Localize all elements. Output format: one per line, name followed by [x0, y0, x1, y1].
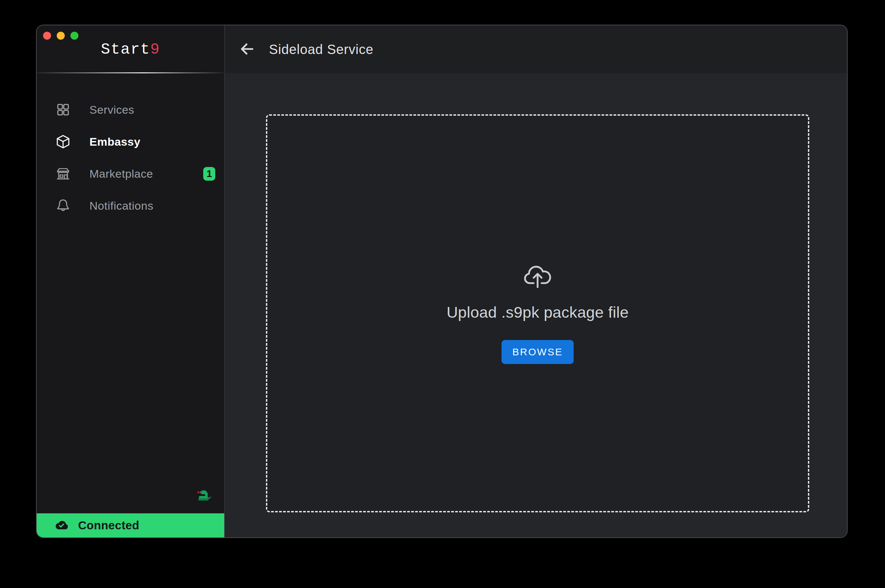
window-controls	[43, 32, 78, 40]
arrow-back-icon	[239, 40, 255, 58]
sidebar-item-label: Embassy	[89, 135, 140, 148]
connection-status-label: Connected	[78, 519, 140, 532]
sidebar-item-label: Notifications	[89, 200, 154, 212]
sidebar-item-embassy[interactable]: Embassy	[37, 126, 224, 158]
grid-icon	[56, 102, 71, 117]
sidebar: Start9 Services	[37, 26, 225, 537]
sidebar-item-notifications[interactable]: Notifications	[37, 190, 224, 222]
start9-logo: Start9	[37, 40, 224, 58]
zoom-window-button[interactable]	[71, 32, 78, 40]
sidebar-item-services[interactable]: Services	[37, 94, 224, 126]
bell-icon	[56, 198, 71, 213]
back-button[interactable]	[238, 40, 256, 58]
content-area: Upload .s9pk package file BROWSE	[225, 74, 847, 537]
main-pane: Sideload Service Upload .s9pk package fi…	[225, 26, 847, 537]
sidebar-item-label: Services	[89, 104, 134, 116]
app-window: Start9 Services	[36, 25, 847, 538]
connection-status-bar: Connected	[37, 513, 224, 537]
upload-instruction: Upload .s9pk package file	[447, 303, 629, 321]
page-title: Sideload Service	[269, 42, 373, 57]
sidebar-divider	[37, 72, 224, 74]
upload-dropzone[interactable]: Upload .s9pk package file BROWSE	[266, 114, 809, 512]
sidebar-item-label: Marketplace	[89, 167, 153, 180]
cloud-check-icon	[54, 520, 69, 531]
snake-icon	[197, 489, 212, 501]
page-header: Sideload Service	[225, 26, 847, 74]
sidebar-menu: Services Embassy	[37, 94, 224, 222]
close-window-button[interactable]	[43, 32, 51, 40]
logo-text: Start	[101, 41, 150, 58]
logo-accent-9: 9	[150, 41, 160, 58]
marketplace-badge: 1	[203, 167, 215, 181]
minimize-window-button[interactable]	[57, 32, 65, 40]
storefront-icon	[56, 166, 71, 182]
cloud-upload-icon	[523, 263, 552, 289]
sidebar-item-marketplace[interactable]: Marketplace 1	[37, 158, 224, 190]
cube-icon	[56, 134, 71, 149]
browse-button[interactable]: BROWSE	[501, 340, 573, 364]
